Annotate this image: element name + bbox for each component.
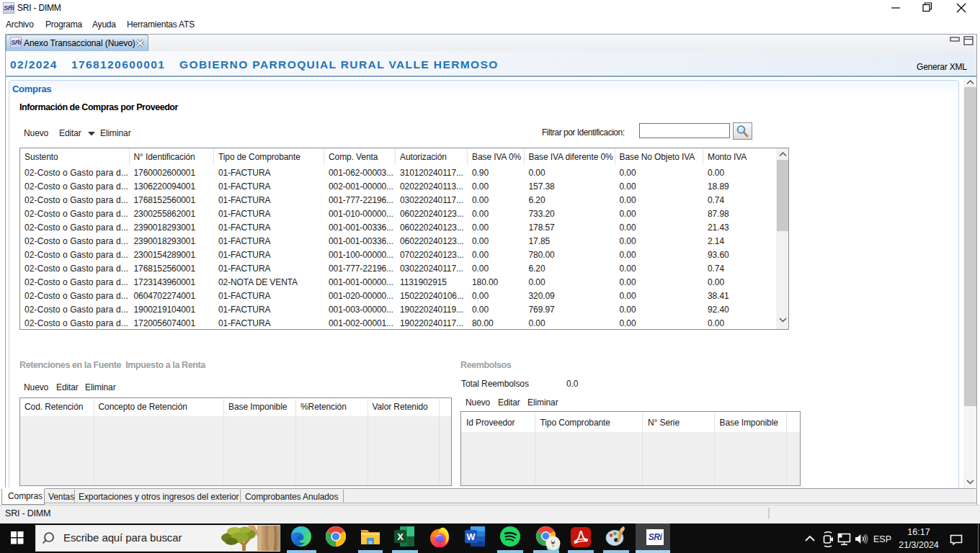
svg-text:W: W	[467, 532, 476, 542]
svg-text:X: X	[397, 531, 404, 542]
